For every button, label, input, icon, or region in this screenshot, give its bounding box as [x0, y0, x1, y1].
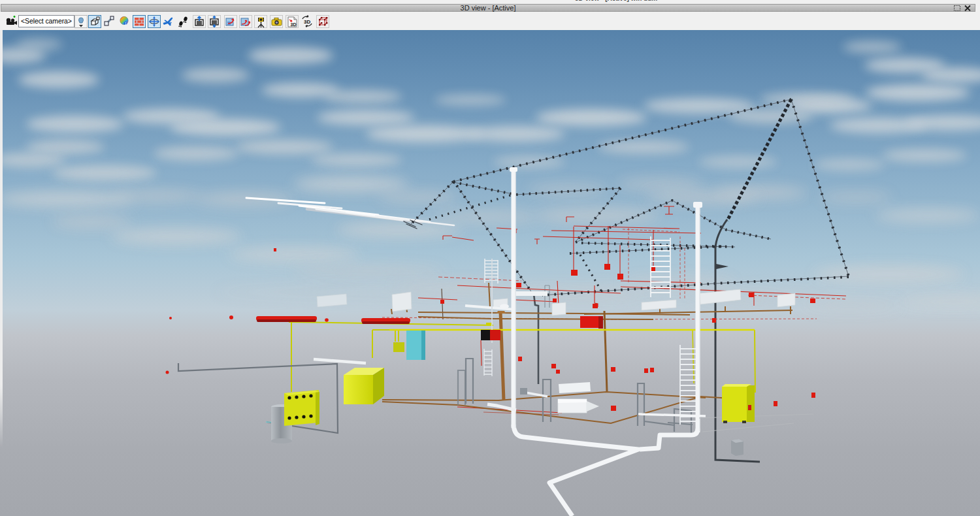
- svg-text:1: 1: [125, 22, 127, 25]
- svg-text:3D: 3D: [304, 19, 310, 25]
- svg-text:3D: 3D: [291, 22, 297, 27]
